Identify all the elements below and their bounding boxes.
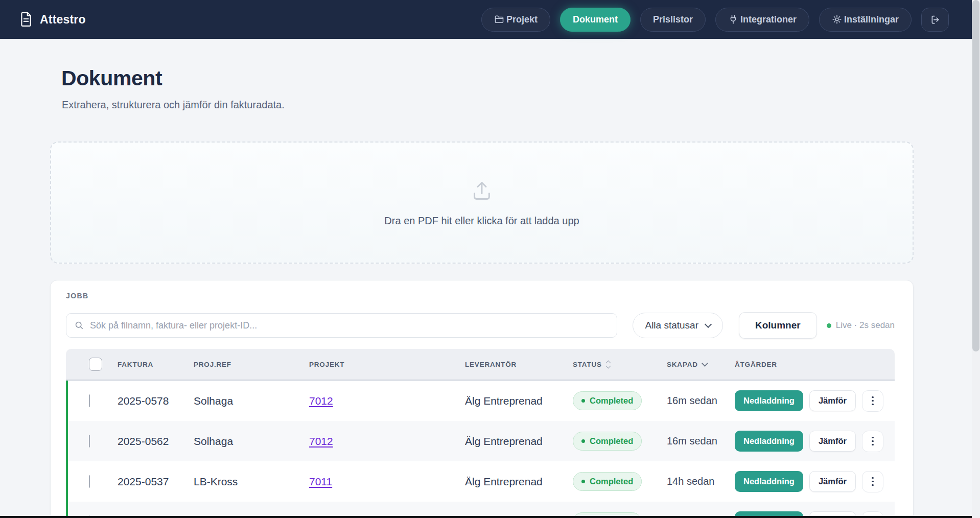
download-button[interactable]: Nedladdning (735, 471, 803, 492)
brand-logo: Attestro (19, 12, 86, 27)
cell-leverantor: Älg Entreprenad (465, 476, 573, 488)
row-checkbox[interactable] (89, 435, 90, 448)
table-body: 2025-0578 Solhaga 7012 Älg Entreprenad C… (66, 381, 895, 518)
live-status: Live · 2s sedan (827, 320, 895, 331)
column-header-atgarder: ÅTGÄRDER (735, 361, 895, 368)
search-icon (74, 320, 84, 330)
cell-skapad: 14h sedan (667, 476, 735, 487)
cell-faktura: 2025-0537 (118, 476, 194, 488)
main-nav: Projekt Dokument Prislistor Integratione… (481, 8, 949, 32)
logout-button[interactable] (921, 8, 949, 32)
cell-leverantor: Älg Entreprenad (465, 395, 573, 407)
search-field (66, 313, 617, 338)
pdf-upload-dropzone[interactable]: Dra en PDF hit eller klicka för att ladd… (50, 142, 914, 264)
table-row: 2025-0578 Solhaga 7012 Älg Entreprenad C… (66, 381, 895, 421)
brand-name: Attestro (40, 13, 86, 27)
table-row: 2025-0562 Solhaga 7012 Älg Entreprenad C… (66, 421, 895, 461)
logout-icon (930, 14, 941, 25)
page-title: Dokument (50, 39, 914, 90)
cell-faktura: 2025-0562 (118, 435, 194, 448)
viewport-bottom-edge (0, 516, 972, 518)
row-actions: Nedladdning Jämför (735, 471, 895, 492)
chevron-down-icon (705, 321, 712, 328)
cell-leverantor: Älg Entreprenad (465, 435, 573, 448)
page-subtitle: Extrahera, strukturera och jämför din fa… (50, 90, 914, 111)
nav-label: Integrationer (740, 14, 797, 25)
nav-prislistor-button[interactable]: Prislistor (640, 8, 706, 32)
folder-icon (494, 14, 504, 25)
compare-button[interactable]: Jämför (809, 471, 856, 492)
status-badge: Completed (573, 391, 642, 410)
cell-projref: Solhaga (194, 395, 309, 407)
nav-label: Dokument (573, 14, 618, 25)
jobs-card: JOBB Alla statusar Kolumner Live · 2s se… (50, 280, 914, 518)
row-checkbox[interactable] (89, 394, 90, 407)
compare-button[interactable]: Jämför (809, 390, 856, 411)
table-header-row: FAKTURA PROJ.REF PROJEKT LEVERANTÖR STAT… (66, 349, 895, 381)
cell-skapad: 16m sedan (667, 395, 735, 407)
nav-installningar-button[interactable]: Inställningar (819, 8, 912, 32)
jobs-section-label: JOBB (66, 292, 895, 300)
plug-icon (728, 14, 738, 25)
projekt-link[interactable]: 7012 (309, 435, 333, 447)
projekt-link[interactable]: 7012 (309, 395, 333, 407)
select-all-checkbox[interactable] (89, 358, 102, 371)
status-dot-icon (581, 399, 585, 403)
column-header-leverantor[interactable]: LEVERANTÖR (465, 361, 573, 368)
scrollbar-track[interactable] (972, 0, 980, 518)
nav-dokument-button[interactable]: Dokument (560, 8, 631, 32)
sort-both-icon (606, 361, 610, 368)
columns-button[interactable]: Kolumner (739, 312, 817, 339)
nav-label: Prislistor (653, 14, 693, 25)
row-checkbox[interactable] (89, 475, 90, 488)
live-dot-icon (827, 323, 831, 328)
top-bar: Attestro Projekt Dokument Prislistor Int… (0, 0, 972, 39)
nav-label: Projekt (506, 14, 538, 25)
document-icon (19, 12, 33, 27)
status-dot-icon (581, 480, 585, 483)
jobs-controls: Alla statusar Kolumner Live · 2s sedan (66, 312, 895, 339)
nav-projekt-button[interactable]: Projekt (481, 8, 550, 32)
row-actions: Nedladdning Jämför (735, 390, 895, 412)
status-badge: Completed (573, 472, 642, 491)
download-button[interactable]: Nedladdning (735, 431, 803, 452)
column-header-projekt[interactable]: PROJEKT (309, 361, 465, 368)
column-header-status[interactable]: STATUS (573, 361, 667, 368)
kebab-menu-button[interactable] (862, 431, 883, 452)
cell-projref: LB-Kross (194, 476, 309, 488)
column-header-faktura[interactable]: FAKTURA (118, 361, 194, 368)
compare-button[interactable]: Jämför (809, 431, 856, 452)
kebab-menu-button[interactable] (862, 390, 883, 412)
chevron-down-icon (702, 360, 708, 367)
dropzone-label: Dra en PDF hit eller klicka för att ladd… (384, 215, 579, 227)
status-filter-value: Alla statusar (645, 320, 698, 331)
kebab-menu-button[interactable] (862, 471, 883, 492)
gear-icon (832, 14, 842, 25)
cell-projref: Solhaga (194, 435, 309, 448)
status-filter-dropdown[interactable]: Alla statusar (633, 313, 723, 338)
projekt-link[interactable]: 7011 (309, 476, 332, 487)
search-input[interactable] (66, 313, 617, 338)
row-actions: Nedladdning Jämför (735, 431, 895, 452)
download-button[interactable]: Nedladdning (735, 390, 803, 411)
table-row: 2025-0537 LB-Kross 7011 Älg Entreprenad … (66, 461, 895, 502)
column-header-skapad[interactable]: SKAPAD (667, 361, 735, 368)
upload-icon (470, 178, 494, 202)
column-header-projref[interactable]: PROJ.REF (194, 361, 309, 368)
status-badge: Completed (573, 432, 642, 451)
jobs-table: FAKTURA PROJ.REF PROJEKT LEVERANTÖR STAT… (66, 349, 895, 518)
live-label: Live · 2s sedan (836, 320, 895, 331)
scrollbar-thumb[interactable] (972, 0, 979, 351)
cell-faktura: 2025-0578 (118, 395, 194, 407)
nav-label: Inställningar (844, 14, 899, 25)
cell-skapad: 16m sedan (667, 435, 735, 447)
status-dot-icon (581, 439, 585, 443)
nav-integrationer-button[interactable]: Integrationer (715, 8, 809, 32)
main-content: Dokument Extrahera, strukturera och jämf… (50, 39, 914, 518)
